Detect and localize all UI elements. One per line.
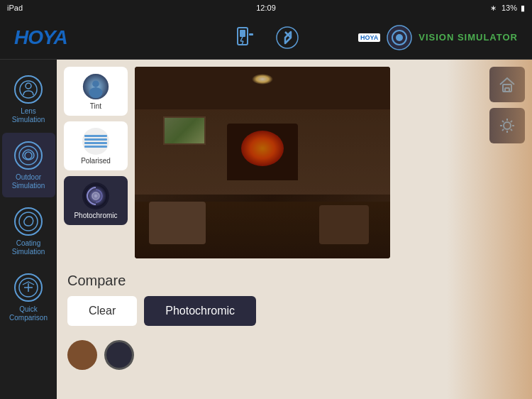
svg-point-15 bbox=[19, 146, 38, 165]
status-ipad: iPad bbox=[7, 4, 23, 12]
status-battery: ∗ 13% ▮ bbox=[490, 4, 525, 13]
clear-button[interactable]: Clear bbox=[67, 296, 137, 326]
scene-image bbox=[135, 67, 390, 258]
sidebar-item-lens-simulation[interactable]: LensSimulation bbox=[2, 67, 55, 131]
scene-overlay bbox=[135, 67, 390, 258]
photochromic-label: Photochromic bbox=[74, 212, 117, 219]
svg-point-7 bbox=[277, 27, 298, 48]
svg-point-11 bbox=[15, 76, 42, 103]
lens-options-panel: Tint Polarised bbox=[64, 67, 128, 258]
svg-line-38 bbox=[502, 129, 504, 131]
tint-label: Tint bbox=[90, 102, 101, 110]
top-content: Tint Polarised bbox=[57, 60, 532, 266]
bluetooth-header-icon[interactable] bbox=[273, 23, 301, 52]
hoya-small-label: HOYA bbox=[358, 33, 380, 42]
sidebar: LensSimulation OutdoorSimulation bbox=[0, 60, 57, 399]
quick-comparison-label: QuickComparison bbox=[9, 305, 48, 322]
svg-line-37 bbox=[511, 121, 512, 122]
sidebar-item-coating-simulation[interactable]: CoatingSimulation bbox=[2, 199, 55, 263]
sidebar-item-quick-comparison[interactable]: QuickComparison bbox=[2, 265, 55, 329]
sun-scene-button[interactable] bbox=[489, 108, 525, 143]
home-scene-button[interactable] bbox=[489, 67, 525, 102]
header: HOYA + HOYA bbox=[0, 16, 532, 60]
lens-option-tint[interactable]: Tint bbox=[64, 67, 128, 116]
polarised-icon bbox=[82, 127, 110, 155]
svg-rect-1 bbox=[240, 30, 245, 37]
coating-simulation-icon bbox=[13, 206, 44, 237]
outdoor-simulation-label: OutdoorSimulation bbox=[12, 173, 45, 190]
lens-simulation-label: LensSimulation bbox=[12, 107, 45, 124]
compare-buttons: Clear Photochromic bbox=[67, 296, 521, 326]
sidebar-item-outdoor-simulation[interactable]: OutdoorSimulation bbox=[2, 133, 55, 197]
svg-point-25 bbox=[89, 87, 102, 98]
compare-section: Compare Clear Photochromic bbox=[57, 266, 532, 333]
svg-point-13 bbox=[26, 83, 31, 89]
polarised-label: Polarised bbox=[81, 157, 111, 165]
lens-option-photochromic[interactable]: Photochromic bbox=[64, 176, 128, 225]
black-swatch[interactable] bbox=[104, 340, 134, 370]
status-time: 12:09 bbox=[256, 4, 276, 12]
vision-simulator-text: VISION SIMULATOR bbox=[419, 32, 518, 43]
svg-line-35 bbox=[502, 121, 504, 122]
vision-simulator-logo: HOYA VISION SIMULATOR bbox=[358, 24, 518, 51]
svg-point-16 bbox=[25, 152, 32, 159]
photochromic-button[interactable]: Photochromic bbox=[144, 296, 256, 326]
svg-point-24 bbox=[92, 80, 99, 87]
svg-point-10 bbox=[396, 34, 403, 41]
svg-point-30 bbox=[504, 122, 511, 129]
outdoor-simulation-icon bbox=[13, 140, 44, 171]
compare-title: Compare bbox=[67, 273, 521, 289]
bluetooth-icon: ∗ bbox=[490, 4, 497, 12]
header-center-icons: + bbox=[231, 23, 301, 52]
hoya-logo: HOYA bbox=[14, 26, 67, 49]
status-bar: iPad 12:09 ∗ 13% ▮ bbox=[0, 0, 532, 16]
scene-control-icons bbox=[489, 67, 525, 258]
tint-icon bbox=[82, 72, 110, 101]
eye-icon bbox=[386, 24, 413, 51]
svg-point-18 bbox=[19, 212, 38, 231]
battery-percent: 13% bbox=[501, 4, 517, 12]
coating-simulation-label: CoatingSimulation bbox=[12, 239, 45, 256]
content-area: Tint Polarised bbox=[57, 60, 532, 399]
quick-comparison-icon bbox=[13, 272, 44, 303]
photochromic-icon bbox=[82, 182, 110, 210]
svg-line-2 bbox=[240, 37, 243, 41]
lens-option-polarised[interactable]: Polarised bbox=[64, 121, 128, 170]
scene-image-area bbox=[135, 67, 477, 258]
main-layout: LensSimulation OutdoorSimulation bbox=[0, 60, 532, 399]
color-swatches bbox=[57, 333, 532, 377]
device-charging-icon[interactable]: + bbox=[231, 23, 259, 52]
lens-simulation-icon bbox=[13, 74, 44, 105]
svg-line-36 bbox=[511, 129, 512, 131]
svg-rect-29 bbox=[505, 88, 509, 92]
battery-icon: ▮ bbox=[521, 4, 525, 12]
brown-swatch[interactable] bbox=[67, 340, 97, 370]
